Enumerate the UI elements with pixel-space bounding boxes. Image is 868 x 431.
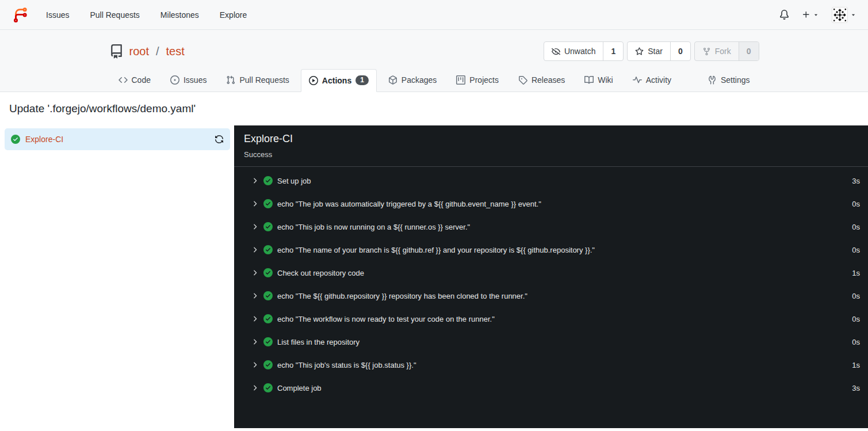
stars-count[interactable]: 0 (670, 42, 690, 60)
forgejo-logo-icon (12, 6, 29, 24)
tab-pull-requests-label: Pull Requests (239, 75, 289, 85)
step-row[interactable]: List files in the repository 0s (234, 330, 868, 353)
tab-settings-label: Settings (721, 75, 750, 85)
nav-item-milestones[interactable]: Milestones (160, 10, 199, 20)
package-icon (388, 75, 397, 85)
repo-header: root / test Unwatch 1 Star 0 (0, 30, 868, 92)
job-log-title: Explore-CI (244, 133, 858, 145)
run-body: Explore-CI Explore-CI Success Set up job… (0, 125, 868, 428)
avatar (832, 7, 848, 23)
tab-activity-label: Activity (646, 75, 671, 85)
success-check-icon (11, 135, 20, 144)
success-check-icon (263, 199, 273, 208)
job-item-explore-ci[interactable]: Explore-CI (5, 128, 230, 150)
step-row[interactable]: echo "The job was automatically triggere… (234, 192, 868, 215)
forks-count[interactable]: 0 (739, 42, 759, 60)
chevron-right-icon (251, 200, 259, 208)
step-row[interactable]: Complete job 3s (234, 376, 868, 399)
navbar-links: Issues Pull Requests Milestones Explore (46, 10, 247, 20)
bell-icon (779, 10, 789, 20)
step-name: Complete job (277, 384, 322, 392)
tab-releases[interactable]: Releases (510, 69, 573, 91)
repo-icon (109, 44, 124, 59)
git-pull-request-icon (226, 75, 235, 85)
step-duration: 0s (852, 315, 860, 323)
top-navbar: Issues Pull Requests Milestones Explore (0, 0, 868, 30)
run-title-section: Update '.forgejo/workflows/demo.yaml' (0, 92, 868, 125)
rerun-job-button[interactable] (215, 135, 224, 144)
nav-item-issues[interactable]: Issues (46, 10, 69, 20)
tab-projects[interactable]: Projects (448, 69, 507, 91)
unwatch-label: Unwatch (564, 47, 595, 56)
chevron-down-icon (850, 12, 856, 18)
step-name: echo "The workflow is now ready to test … (277, 315, 495, 323)
step-row[interactable]: echo "The workflow is now ready to test … (234, 307, 868, 330)
star-button[interactable]: Star (628, 42, 670, 60)
step-name: echo "This job's status is ${{ job.statu… (277, 361, 416, 369)
job-log-header: Explore-CI Success (234, 125, 868, 167)
watchers-count[interactable]: 1 (603, 42, 623, 60)
success-check-icon (263, 383, 273, 392)
breadcrumb-separator: / (156, 45, 159, 58)
book-icon (584, 75, 594, 85)
tab-pull-requests[interactable]: Pull Requests (218, 69, 297, 91)
step-name: echo "The name of your branch is ${{ git… (277, 246, 595, 254)
chevron-right-icon (251, 223, 259, 231)
tab-activity[interactable]: Activity (625, 69, 679, 91)
tab-releases-label: Releases (531, 75, 565, 85)
repo-owner-link[interactable]: root (129, 45, 149, 58)
tab-actions-label: Actions (322, 76, 351, 85)
step-name: Set up job (277, 177, 311, 185)
step-duration: 1s (852, 269, 860, 277)
repo-name-link[interactable]: test (166, 45, 185, 58)
step-duration: 0s (852, 292, 860, 300)
chevron-right-icon (251, 292, 259, 300)
tab-settings[interactable]: Settings (699, 69, 758, 91)
notifications-button[interactable] (779, 10, 789, 20)
success-check-icon (263, 245, 273, 254)
chevron-right-icon (251, 246, 259, 254)
unwatch-button[interactable]: Unwatch (544, 42, 603, 60)
step-row[interactable]: echo "This job's status is ${{ job.statu… (234, 353, 868, 376)
navbar-right (779, 7, 856, 23)
forgejo-logo[interactable] (12, 6, 29, 24)
repo-tabs: Code Issues Pull Requests Actions 1 Pack… (109, 69, 759, 91)
job-name: Explore-CI (25, 135, 63, 144)
nav-item-explore[interactable]: Explore (220, 10, 247, 20)
step-row[interactable]: echo "The name of your branch is ${{ git… (234, 238, 868, 261)
step-row[interactable]: Check out repository code 1s (234, 261, 868, 284)
step-duration: 1s (852, 361, 860, 369)
step-duration: 0s (852, 246, 860, 254)
fork-icon (702, 47, 711, 56)
fork-label: Fork (715, 47, 731, 56)
issue-opened-icon (170, 75, 179, 85)
star-icon (635, 47, 644, 56)
chevron-right-icon (251, 338, 259, 346)
page-title: Update '.forgejo/workflows/demo.yaml' (9, 102, 859, 115)
step-row[interactable]: echo "The ${{ github.repository }} repos… (234, 284, 868, 307)
tab-actions[interactable]: Actions 1 (301, 69, 377, 92)
tab-wiki-label: Wiki (598, 75, 613, 85)
nav-item-pull-requests[interactable]: Pull Requests (90, 10, 139, 20)
tab-packages[interactable]: Packages (380, 69, 445, 91)
step-row[interactable]: Set up job 3s (234, 169, 868, 192)
create-new-dropdown[interactable] (802, 10, 819, 19)
tab-code-label: Code (132, 75, 151, 85)
play-circle-icon (309, 76, 318, 85)
pulse-icon (633, 75, 642, 85)
step-row[interactable]: echo "This job is now running on a ${{ r… (234, 215, 868, 238)
step-name: Check out repository code (277, 269, 364, 277)
step-duration: 0s (852, 223, 860, 231)
fork-button: Fork (695, 42, 739, 60)
chevron-right-icon (251, 384, 259, 392)
code-icon (118, 75, 128, 85)
tab-issues[interactable]: Issues (162, 69, 215, 91)
step-name: List files in the repository (277, 338, 360, 346)
step-duration: 0s (852, 200, 860, 208)
success-check-icon (263, 360, 273, 369)
tab-code[interactable]: Code (110, 69, 159, 91)
tab-projects-label: Projects (469, 75, 499, 85)
step-duration: 3s (852, 384, 860, 392)
tab-wiki[interactable]: Wiki (576, 69, 621, 91)
user-menu-dropdown[interactable] (832, 7, 856, 23)
